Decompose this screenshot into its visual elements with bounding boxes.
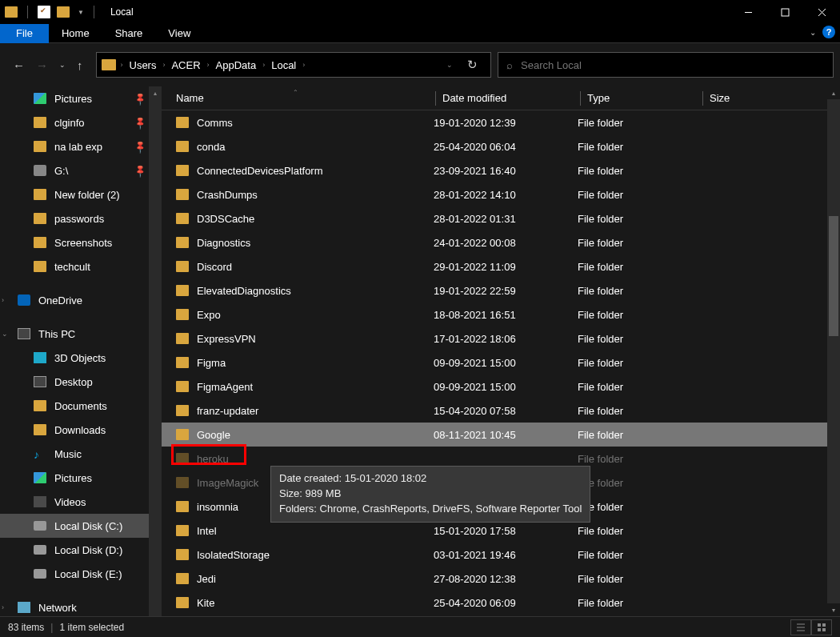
file-row[interactable]: Kite25-04-2020 06:09File folder [162,591,840,615]
help-icon[interactable]: ? [822,26,835,38]
file-row[interactable]: franz-updater15-04-2020 07:58File folder [162,399,840,423]
breadcrumb-acer[interactable]: ACER [166,59,205,71]
navigation-pane[interactable]: Pictures📌clginfo📌na lab exp📌G:\📌New fold… [0,86,162,616]
sidebar-item[interactable]: ⌄This PC [0,322,162,346]
history-dropdown-icon[interactable]: ⌄ [59,61,66,69]
file-row[interactable]: Comms19-01-2020 12:39File folder [162,110,840,134]
quick-access-save-icon[interactable] [38,6,50,18]
view-large-icons-button[interactable] [811,619,832,635]
sidebar-item[interactable]: Desktop [0,370,162,394]
sidebar-item[interactable]: na lab exp📌 [0,134,162,158]
file-name: Expo [197,309,434,321]
chevron-right-icon[interactable]: › [207,61,210,69]
back-button[interactable]: ← [13,58,25,72]
scrollbar[interactable]: ▴ ▾ [827,86,840,616]
file-name: Intel [197,525,434,537]
scroll-thumb[interactable] [829,216,838,336]
close-button[interactable] [803,0,840,24]
file-row[interactable]: Discord29-01-2022 11:09File folder [162,254,840,278]
sidebar-item[interactable]: G:\📌 [0,158,162,182]
file-row[interactable]: Diagnostics24-01-2022 00:08File folder [162,230,840,254]
file-row[interactable]: D3DSCache28-01-2022 01:31File folder [162,206,840,230]
ribbon-tab-home[interactable]: Home [49,24,102,42]
column-type[interactable]: Type [581,92,702,104]
search-placeholder: Search Local [521,59,582,71]
chevron-right-icon[interactable]: › [302,61,305,69]
sidebar-item[interactable]: Local Disk (D:) [0,538,162,562]
chevron-right-icon[interactable]: › [162,61,165,69]
chevron-icon[interactable]: ⌄ [2,330,8,338]
file-date: 15-04-2020 07:58 [434,405,578,417]
title-bar: ▼ Local [0,0,840,24]
file-row[interactable]: ConnectedDevicesPlatform23-09-2021 16:40… [162,158,840,182]
tooltip-folders: Folders: Chrome, CrashReports, DriveFS, … [279,502,582,517]
sidebar-item[interactable]: ›Network [0,595,162,616]
file-row[interactable]: IsolatedStorage03-01-2021 19:46File fold… [162,543,840,567]
column-name[interactable]: Name⌃ [170,92,435,104]
file-row[interactable]: conda25-04-2020 06:04File folder [162,134,840,158]
ribbon-expand-icon[interactable]: ⌄ [810,28,816,37]
file-row[interactable]: FigmaAgent09-09-2021 15:00File folder [162,375,840,399]
quick-access-folder-icon[interactable] [57,6,70,18]
sidebar-item[interactable]: ›OneDrive [0,288,162,312]
sidebar-item[interactable]: Local Disk (C:) [0,514,162,538]
file-row[interactable]: CrashDumps28-01-2022 14:10File folder [162,182,840,206]
forward-button[interactable]: → [36,58,48,72]
quick-access-dropdown-icon[interactable]: ▼ [78,9,84,16]
scroll-up-icon[interactable]: ▴ [827,86,840,99]
maximize-button[interactable] [766,0,803,24]
sidebar-item[interactable]: Screenshots [0,230,162,254]
ribbon-tab-view[interactable]: View [155,24,203,42]
sidebar-item[interactable]: Videos [0,490,162,514]
sidebar-item-label: Videos [54,496,86,508]
window-title: Local [110,6,134,18]
up-button[interactable]: ↑ [77,58,83,72]
ribbon-tab-share[interactable]: Share [102,24,156,42]
file-row[interactable]: Expo18-08-2021 16:51File folder [162,302,840,327]
sidebar-item[interactable]: Local Disk (E:) [0,562,162,586]
file-row[interactable]: Jedi27-08-2020 12:38File folder [162,567,840,591]
view-details-button[interactable] [790,619,811,635]
sidebar-item[interactable]: Downloads [0,418,162,442]
sidebar-item-label: New folder (2) [54,189,120,201]
sidebar-item[interactable]: passwords [0,206,162,230]
search-input[interactable]: ⌕ Search Local [498,52,834,78]
file-row[interactable]: Google08-11-2021 10:45File folder [162,423,840,447]
column-size[interactable]: Size [703,92,783,104]
folder-icon [176,141,189,152]
chevron-icon[interactable]: › [2,296,4,304]
breadcrumb-local[interactable]: Local [266,59,301,71]
scroll-down-icon[interactable]: ▾ [827,603,840,616]
ribbon-file-tab[interactable]: File [0,24,49,43]
chevron-right-icon[interactable]: › [121,61,123,69]
file-row[interactable]: ExpressVPN17-01-2022 18:06File folder [162,327,840,351]
file-list-pane: Name⌃ Date modified Type Size Comms19-01… [162,86,840,616]
file-row[interactable]: ElevatedDiagnostics19-01-2022 22:59File … [162,278,840,302]
sidebar-item[interactable]: ♪Music [0,442,162,466]
sidebar-item[interactable]: 3D Objects [0,346,162,370]
breadcrumb-users[interactable]: Users [125,59,162,71]
sidebar-item[interactable]: Pictures📌 [0,86,162,110]
chevron-right-icon[interactable]: › [262,61,265,69]
file-row[interactable]: Figma09-09-2021 15:00File folder [162,351,840,375]
sidebar-item[interactable]: Documents [0,394,162,418]
breadcrumb-appdata[interactable]: AppData [211,59,262,71]
address-dropdown-icon[interactable]: ⌄ [442,61,458,69]
file-type: File folder [578,117,699,129]
sidebar-item[interactable]: New folder (2) [0,182,162,206]
file-date: 28-01-2022 01:31 [434,213,578,225]
folder-icon [34,261,46,272]
sidebar-item[interactable]: clginfo📌 [0,110,162,134]
sidebar-item[interactable]: Pictures [0,466,162,490]
file-name: Jedi [197,573,434,585]
scroll-up-icon[interactable]: ▴ [149,86,162,99]
sidebar-item-label: Documents [54,400,107,412]
file-type: File folder [578,237,699,249]
minimize-button[interactable] [730,0,766,24]
sidebar-item[interactable]: techcult [0,254,162,278]
address-bar[interactable]: › Users › ACER › AppData › Local › ⌄ ↻ [96,52,492,78]
column-date[interactable]: Date modified [436,92,580,104]
refresh-icon[interactable]: ↻ [459,58,486,72]
chevron-icon[interactable]: › [2,603,4,611]
folder-icon [34,189,46,200]
